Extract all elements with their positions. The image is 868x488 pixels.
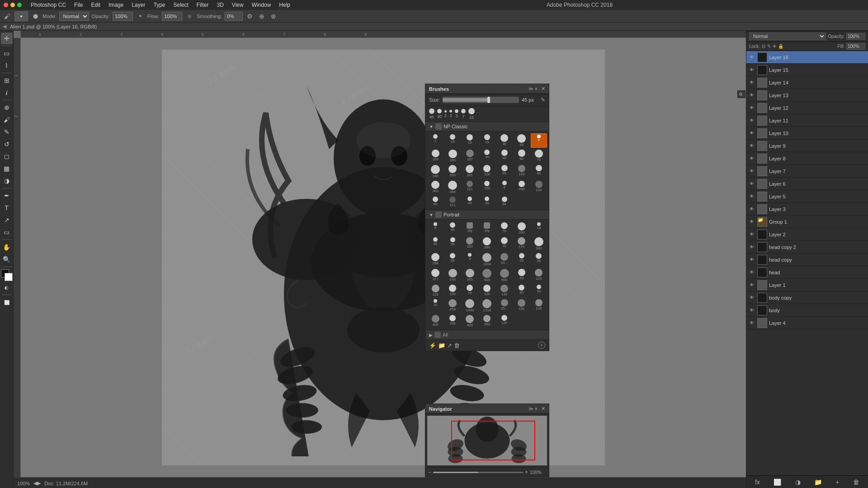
layer-item[interactable]: 👁Layer 2	[746, 228, 868, 241]
layer-item[interactable]: 👁head copy	[746, 253, 868, 266]
navigator-close-icon[interactable]: ✕	[541, 406, 545, 412]
layer-item[interactable]: 👁Layer 14	[746, 76, 868, 89]
brush-item[interactable]: 300	[427, 180, 443, 195]
zoom-tool[interactable]: 🔍	[1, 253, 13, 265]
brush-preset-picker[interactable]: ●	[14, 11, 28, 21]
brush-item[interactable]: Sty	[479, 221, 495, 235]
brush-item[interactable]: 100	[531, 180, 547, 195]
layer-item[interactable]: 👁Layer 12	[746, 102, 868, 114]
lasso-tool[interactable]: ⌇	[1, 60, 13, 71]
brush-item[interactable]: 30	[427, 236, 443, 251]
nav-zoom-out-button[interactable]: −	[428, 469, 431, 475]
navigator-thumbnail[interactable]	[427, 416, 547, 465]
quick-mask-toggle[interactable]: ◐	[1, 282, 13, 293]
layer-visibility-toggle[interactable]: 👁	[748, 244, 755, 251]
preset-item[interactable]: 45	[429, 108, 434, 119]
brushes-menu-btn[interactable]: ≡	[535, 86, 538, 91]
brush-item[interactable]: 70	[531, 149, 547, 163]
menu-image[interactable]: Image	[105, 1, 127, 9]
foreground-color[interactable]	[1, 269, 13, 281]
brush-item[interactable]: 1218	[479, 298, 495, 313]
brush-item[interactable]: 68	[444, 252, 461, 267]
layer-visibility-toggle[interactable]: 👁	[748, 155, 755, 162]
brushes-filter-icon[interactable]: ⚡	[429, 342, 436, 349]
layer-visibility-toggle[interactable]: 👁	[748, 282, 755, 289]
menu-photoshop[interactable]: Photoshop CC	[27, 1, 70, 9]
history-brush-tool[interactable]: ↺	[1, 138, 13, 150]
brush-item[interactable]: 200	[514, 180, 530, 195]
brush-item[interactable]: 70	[496, 221, 513, 235]
layer-visibility-toggle[interactable]: 👁	[748, 294, 755, 301]
layer-item[interactable]: 👁Layer 8	[746, 152, 868, 165]
brush-item[interactable]: 500	[496, 268, 513, 283]
brush-item[interactable]: 435	[462, 314, 478, 328]
layer-item[interactable]: 👁Layer 13	[746, 89, 868, 102]
smoothing-input[interactable]	[225, 12, 243, 21]
brush-item[interactable]: 180	[427, 164, 443, 179]
layer-item[interactable]: 👁Layer 11	[746, 114, 868, 127]
fill-field[interactable]	[846, 43, 865, 50]
brush-item[interactable]: 1448	[462, 298, 478, 313]
brush-item[interactable]: 230	[444, 268, 461, 283]
np-classic-category-header[interactable]: ▼ NP Classic	[425, 122, 549, 131]
brush-item[interactable]: 40	[496, 133, 513, 148]
layer-visibility-toggle[interactable]: 👁	[748, 104, 755, 112]
layer-visibility-toggle[interactable]: 👁	[748, 256, 755, 263]
mode-select[interactable]: Normal	[59, 12, 89, 21]
lock-transparent-icon[interactable]: ⊡	[762, 44, 765, 49]
navigator-collapse-btn[interactable]: ≫	[528, 406, 533, 411]
brush-item[interactable]: 200	[444, 149, 461, 163]
navigator-menu-btn[interactable]: ≡	[535, 406, 538, 411]
shape-tool[interactable]: ▭	[1, 226, 13, 238]
menu-edit[interactable]: Edit	[87, 1, 104, 9]
brush-item[interactable]: 125	[496, 314, 513, 328]
layer-item[interactable]: 👁Layer 4	[746, 317, 868, 329]
preset-item[interactable]: 7	[461, 109, 466, 119]
brush-item[interactable]: 187	[462, 149, 478, 163]
brush-item[interactable]: 459	[444, 298, 461, 313]
brush-item[interactable]: 500	[479, 268, 495, 283]
brush-item[interactable]: 20...	[496, 252, 513, 267]
preset-item[interactable]: 3	[449, 110, 452, 118]
layer-item[interactable]: 👁Layer 3	[746, 203, 868, 216]
mac-close-button[interactable]	[4, 3, 8, 7]
menu-select[interactable]: Select	[170, 1, 192, 9]
brush-item[interactable]: 369	[479, 314, 495, 328]
layer-visibility-toggle[interactable]: 👁	[748, 54, 755, 61]
brush-item[interactable]: 30	[479, 149, 495, 163]
menu-layer[interactable]: Layer	[128, 1, 149, 9]
layer-item[interactable]: 👁Layer 1	[746, 279, 868, 291]
pen-tool[interactable]: ✒	[1, 190, 13, 202]
brush-item[interactable]: 80	[514, 149, 530, 163]
mac-maximize-button[interactable]	[17, 3, 22, 7]
layer-item[interactable]: 👁Layer 16	[746, 51, 868, 64]
brush-item[interactable]: 70	[496, 236, 513, 251]
crop-tool[interactable]: ⊞	[1, 75, 13, 86]
text-tool[interactable]: T	[1, 202, 13, 214]
new-layer-button[interactable]: +	[834, 478, 841, 487]
eraser-tool[interactable]: ◻	[1, 150, 13, 162]
brush-item[interactable]: 15	[444, 133, 461, 148]
layer-item[interactable]: 👁head	[746, 266, 868, 279]
layer-visibility-toggle[interactable]: 👁	[748, 193, 755, 200]
smoothing-settings[interactable]: ⚙	[245, 12, 255, 21]
brush-item[interactable]: 106	[444, 314, 461, 328]
layer-visibility-toggle[interactable]: 👁	[748, 206, 755, 213]
brush-item[interactable]: 28	[514, 252, 530, 267]
brush-item[interactable]: 211	[462, 180, 478, 195]
blend-mode-select[interactable]: Normal	[749, 33, 826, 40]
brushes-export-icon[interactable]: ↗	[447, 342, 452, 349]
brush-item[interactable]: 60	[531, 164, 547, 179]
brush-tool[interactable]: 🖌	[1, 114, 13, 126]
eyedropper-tool[interactable]: 𝒊	[1, 87, 13, 99]
nav-zoom-slider[interactable]	[433, 472, 523, 473]
brush-item[interactable]: 405	[427, 314, 443, 328]
brush-item[interactable]: 90	[531, 252, 547, 267]
brush-item[interactable]: 200	[462, 268, 478, 283]
brushes-delete-icon[interactable]: 🗑	[454, 342, 460, 349]
brush-item[interactable]: 250	[462, 236, 478, 251]
layer-item[interactable]: 👁body	[746, 304, 868, 317]
brush-item[interactable]: 90	[444, 221, 461, 235]
brush-item[interactable]: 145	[496, 284, 513, 297]
all-category-header[interactable]: ▶ All	[425, 330, 549, 340]
